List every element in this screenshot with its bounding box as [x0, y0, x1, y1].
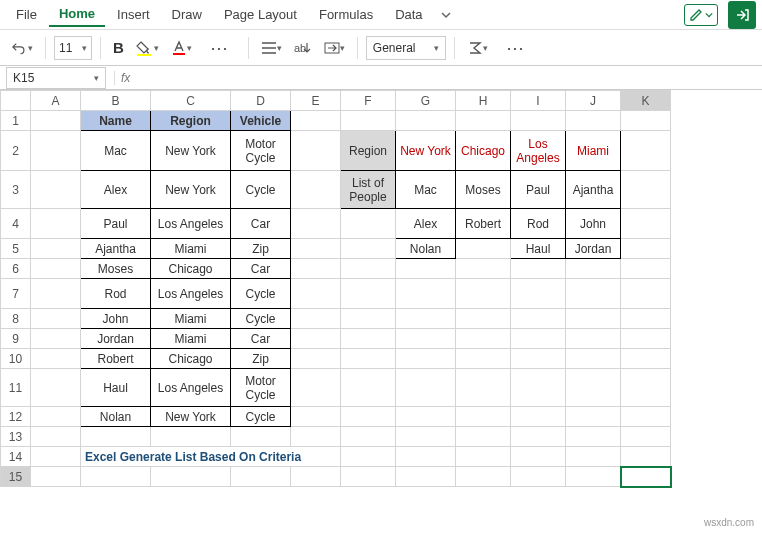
merge-button[interactable]: ▾ — [320, 35, 349, 61]
cell-K13[interactable] — [621, 427, 671, 447]
cell-K11[interactable] — [621, 369, 671, 407]
align-button[interactable]: ▾ — [257, 35, 286, 61]
cell-A12[interactable] — [31, 407, 81, 427]
cell-C15[interactable] — [151, 467, 231, 487]
cell-B11[interactable]: Haul — [81, 369, 151, 407]
cell-C2[interactable]: New York — [151, 131, 231, 171]
cell-D2[interactable]: Motor Cycle — [231, 131, 291, 171]
cell-A13[interactable] — [31, 427, 81, 447]
cell-K3[interactable] — [621, 171, 671, 209]
cell-J8[interactable] — [566, 309, 621, 329]
cell-B9[interactable]: Jordan — [81, 329, 151, 349]
tab-draw[interactable]: Draw — [162, 3, 212, 26]
cell-G12[interactable] — [396, 407, 456, 427]
col-header-D[interactable]: D — [231, 91, 291, 111]
cell-B13[interactable] — [81, 427, 151, 447]
row-header-10[interactable]: 10 — [1, 349, 31, 369]
cell-J5[interactable]: Jordan — [566, 239, 621, 259]
cell-H1[interactable] — [456, 111, 511, 131]
cell-D11[interactable]: Motor Cycle — [231, 369, 291, 407]
cell-K8[interactable] — [621, 309, 671, 329]
col-header-F[interactable]: F — [341, 91, 396, 111]
cell-E11[interactable] — [291, 369, 341, 407]
cell-B4[interactable]: Paul — [81, 209, 151, 239]
col-header-I[interactable]: I — [511, 91, 566, 111]
editing-mode-button[interactable] — [684, 4, 718, 26]
row-header-3[interactable]: 3 — [1, 171, 31, 209]
cell-B1[interactable]: Name — [81, 111, 151, 131]
cell-E12[interactable] — [291, 407, 341, 427]
cell-A14[interactable] — [31, 447, 81, 467]
cell-D12[interactable]: Cycle — [231, 407, 291, 427]
cell-J4[interactable]: John — [566, 209, 621, 239]
cell-J11[interactable] — [566, 369, 621, 407]
row-header-4[interactable]: 4 — [1, 209, 31, 239]
cell-G15[interactable] — [396, 467, 456, 487]
cell-H6[interactable] — [456, 259, 511, 279]
cell-I8[interactable] — [511, 309, 566, 329]
cell-B12[interactable]: Nolan — [81, 407, 151, 427]
row-header-5[interactable]: 5 — [1, 239, 31, 259]
cell-A11[interactable] — [31, 369, 81, 407]
cell-D3[interactable]: Cycle — [231, 171, 291, 209]
ribbon-more-2[interactable]: ⋯ — [496, 35, 536, 61]
share-button[interactable] — [728, 1, 756, 29]
cell-J12[interactable] — [566, 407, 621, 427]
bold-button[interactable]: B — [109, 35, 128, 61]
name-box[interactable]: K15 ▾ — [6, 67, 106, 89]
cell-F5[interactable] — [341, 239, 396, 259]
cell-H14[interactable] — [456, 447, 511, 467]
cell-I11[interactable] — [511, 369, 566, 407]
select-all-corner[interactable] — [1, 91, 31, 111]
undo-button[interactable]: ▾ — [8, 35, 37, 61]
cell-K12[interactable] — [621, 407, 671, 427]
cell-E5[interactable] — [291, 239, 341, 259]
cell-B3[interactable]: Alex — [81, 171, 151, 209]
cell-H4[interactable]: Robert — [456, 209, 511, 239]
cell-A4[interactable] — [31, 209, 81, 239]
tab-formulas[interactable]: Formulas — [309, 3, 383, 26]
cell-E15[interactable] — [291, 467, 341, 487]
cell-D15[interactable] — [231, 467, 291, 487]
tab-home[interactable]: Home — [49, 2, 105, 27]
cell-H11[interactable] — [456, 369, 511, 407]
cell-I4[interactable]: Rod — [511, 209, 566, 239]
orientation-button[interactable]: ab — [290, 35, 316, 61]
cell-D8[interactable]: Cycle — [231, 309, 291, 329]
fx-icon[interactable]: fx — [114, 71, 136, 85]
row-header-8[interactable]: 8 — [1, 309, 31, 329]
cell-J7[interactable] — [566, 279, 621, 309]
cell-F14[interactable] — [341, 447, 396, 467]
cell-B8[interactable]: John — [81, 309, 151, 329]
cell-I13[interactable] — [511, 427, 566, 447]
cell-B2[interactable]: Mac — [81, 131, 151, 171]
cell-J13[interactable] — [566, 427, 621, 447]
cell-E8[interactable] — [291, 309, 341, 329]
cell-A7[interactable] — [31, 279, 81, 309]
font-color-button[interactable]: ▾ — [167, 35, 196, 61]
cell-K7[interactable] — [621, 279, 671, 309]
cell-C10[interactable]: Chicago — [151, 349, 231, 369]
cell-F15[interactable] — [341, 467, 396, 487]
cell-H15[interactable] — [456, 467, 511, 487]
cell-B10[interactable]: Robert — [81, 349, 151, 369]
cell-E10[interactable] — [291, 349, 341, 369]
cell-I15[interactable] — [511, 467, 566, 487]
cell-C6[interactable]: Chicago — [151, 259, 231, 279]
cell-C11[interactable]: Los Angeles — [151, 369, 231, 407]
col-header-B[interactable]: B — [81, 91, 151, 111]
cell-K9[interactable] — [621, 329, 671, 349]
cell-F6[interactable] — [341, 259, 396, 279]
cell-F8[interactable] — [341, 309, 396, 329]
cell-E1[interactable] — [291, 111, 341, 131]
cell-A10[interactable] — [31, 349, 81, 369]
cell-D10[interactable]: Zip — [231, 349, 291, 369]
font-size-input[interactable]: 11 ▾ — [54, 36, 92, 60]
row-header-2[interactable]: 2 — [1, 131, 31, 171]
cell-E7[interactable] — [291, 279, 341, 309]
row-header-9[interactable]: 9 — [1, 329, 31, 349]
cell-F7[interactable] — [341, 279, 396, 309]
cell-E3[interactable] — [291, 171, 341, 209]
cell-G7[interactable] — [396, 279, 456, 309]
cell-H10[interactable] — [456, 349, 511, 369]
